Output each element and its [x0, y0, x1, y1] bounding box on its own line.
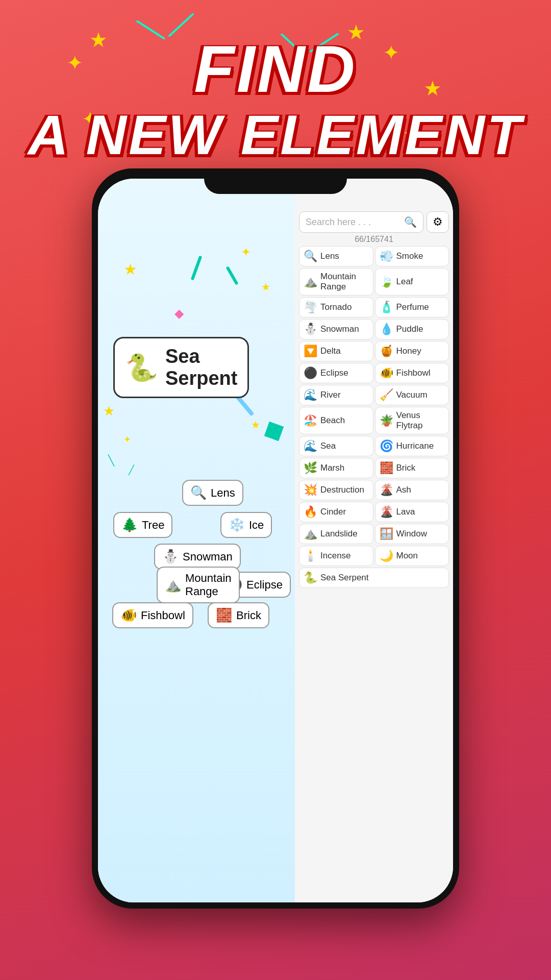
canvas-teal-3 [264, 422, 284, 441]
element-name: Puddle [396, 324, 423, 334]
brick-icon: 🧱 [216, 607, 232, 623]
element-row: ⛰️Landslide🪟Window [299, 524, 449, 544]
canvas-node-eclipse-label: Eclipse [246, 578, 283, 592]
element-item-moon[interactable]: 🌙Moon [375, 546, 449, 566]
element-item-brick[interactable]: 🧱Brick [375, 458, 449, 478]
element-row: 🌪️Tornado🧴Perfume [299, 297, 449, 317]
phone-frame: ★ ✦ ★ ✦ ★ ✦ ★ ◆ ╲ ╱ 🐍 SeaSerpent 🔍 Lens [92, 168, 459, 909]
canvas-node-brick[interactable]: 🧱 Brick [208, 602, 269, 628]
element-item-sea[interactable]: 🌊Sea [299, 436, 373, 456]
canvas-node-fishbowl[interactable]: 🐠 Fishbowl [112, 602, 193, 628]
element-name: Ash [396, 485, 411, 495]
ash-icon: 🌋 [380, 483, 393, 497]
cinder-icon: 🔥 [304, 505, 317, 519]
canvas-star-2: ✦ [241, 245, 251, 259]
canvas-node-mountain-label: MountainRange [185, 572, 232, 598]
canvas-star-5: ★ [103, 403, 115, 419]
element-item-venus-flytrap[interactable]: 🪴Venus Flytrap [375, 407, 449, 434]
title-line2: A NEW ELEMENT [0, 102, 551, 167]
venus-flytrap-icon: 🪴 [380, 414, 393, 427]
element-item-landslide[interactable]: ⛰️Landslide [299, 524, 373, 544]
mountain-range-icon: ⛰️ [165, 577, 181, 593]
element-item-incense[interactable]: 🕯️Incense [299, 546, 373, 566]
element-item-sea-serpent[interactable]: 🐍Sea Serpent [299, 568, 449, 588]
canvas-node-lens[interactable]: 🔍 Lens [182, 480, 243, 506]
element-item-destruction[interactable]: 💥Destruction [299, 480, 373, 500]
element-name: Beach [320, 415, 345, 426]
element-name: Lava [396, 507, 415, 517]
element-name: Sea [320, 441, 336, 451]
element-item-river[interactable]: 🌊River [299, 385, 373, 405]
element-item-lens[interactable]: 🔍Lens [299, 246, 373, 266]
element-item-vacuum[interactable]: 🧹Vacuum [375, 385, 449, 405]
vacuum-icon: 🧹 [380, 388, 393, 402]
element-item-perfume[interactable]: 🧴Perfume [375, 297, 449, 317]
element-item-window[interactable]: 🪟Window [375, 524, 449, 544]
element-item-cinder[interactable]: 🔥Cinder [299, 502, 373, 522]
element-item-fishbowl[interactable]: 🐠Fishbowl [375, 363, 449, 383]
element-name: Landslide [320, 529, 358, 539]
element-item-beach[interactable]: 🏖️Beach [299, 407, 373, 434]
element-item-snowman[interactable]: ⛄Snowman [299, 319, 373, 339]
element-row: 🐍Sea Serpent [299, 568, 449, 588]
search-input[interactable]: Search here . . . 🔍 [299, 211, 423, 233]
filter-button[interactable]: ⚙ [427, 211, 449, 233]
canvas-teal-2 [226, 266, 238, 285]
element-row: ⛰️Mountain Range🍃Leaf [299, 268, 449, 296]
count-label: 66/165741 [299, 235, 449, 244]
element-name: Vacuum [396, 390, 428, 400]
element-name: Moon [396, 551, 418, 561]
element-item-lava[interactable]: 🌋Lava [375, 502, 449, 522]
lens-icon: 🔍 [304, 250, 317, 263]
perfume-icon: 🧴 [380, 301, 393, 314]
element-name: Leaf [396, 277, 413, 287]
element-name: Brick [396, 463, 416, 473]
element-row: ⚫Eclipse🐠Fishbowl [299, 363, 449, 383]
element-item-puddle[interactable]: 💧Puddle [375, 319, 449, 339]
element-name: Fishbowl [396, 368, 431, 378]
eclipse-icon: ⚫ [304, 366, 317, 380]
tornado-icon: 🌪️ [304, 301, 317, 314]
element-item-hurricane[interactable]: 🌀Hurricane [375, 436, 449, 456]
element-item-eclipse[interactable]: ⚫Eclipse [299, 363, 373, 383]
element-item-mountain-range[interactable]: ⛰️Mountain Range [299, 268, 373, 296]
river-icon: 🌊 [304, 388, 317, 402]
element-row: 🔽Delta🍯Honey [299, 341, 449, 361]
canvas-node-tree[interactable]: 🌲 Tree [113, 512, 172, 538]
fishbowl-icon: 🐠 [120, 607, 137, 623]
snowman-icon: ⛄ [162, 549, 179, 565]
element-name: Eclipse [320, 368, 348, 378]
canvas-node-mountain-range[interactable]: ⛰️ MountainRange [157, 567, 240, 603]
result-card: 🐍 SeaSerpent [113, 337, 249, 398]
result-card-name: SeaSerpent [165, 346, 237, 389]
canvas-star-3: ★ [261, 281, 270, 293]
canvas-star-7: ★ [251, 419, 260, 431]
element-item-leaf[interactable]: 🍃Leaf [375, 268, 449, 296]
delta-icon: 🔽 [304, 345, 317, 358]
sea-serpent-icon: 🐍 [304, 571, 317, 584]
element-item-honey[interactable]: 🍯Honey [375, 341, 449, 361]
element-item-smoke[interactable]: 💨Smoke [375, 246, 449, 266]
canvas-star-6: ✦ [123, 434, 131, 445]
filter-icon: ⚙ [433, 215, 443, 229]
leaf-icon: 🍃 [380, 275, 393, 288]
brick-icon: 🧱 [380, 461, 393, 475]
smoke-icon: 💨 [380, 250, 393, 263]
element-item-delta[interactable]: 🔽Delta [299, 341, 373, 361]
element-name: Perfume [396, 302, 429, 312]
landslide-icon: ⛰️ [304, 527, 317, 541]
canvas-node-snowman[interactable]: ⛄ Snowman [154, 544, 241, 570]
hurricane-icon: 🌀 [380, 439, 393, 453]
sea-icon: 🌊 [304, 439, 317, 453]
element-item-ash[interactable]: 🌋Ash [375, 480, 449, 500]
canvas-node-tree-label: Tree [142, 519, 164, 532]
element-row: 🏖️Beach🪴Venus Flytrap [299, 407, 449, 434]
element-row: 🔍Lens💨Smoke [299, 246, 449, 266]
elements-list: 🔍Lens💨Smoke⛰️Mountain Range🍃Leaf🌪️Tornad… [299, 246, 449, 898]
canvas-node-ice[interactable]: ❄️ Ice [220, 512, 272, 538]
element-name: Destruction [320, 485, 364, 495]
canvas-node-fishbowl-label: Fishbowl [141, 609, 185, 622]
element-item-tornado[interactable]: 🌪️Tornado [299, 297, 373, 317]
element-item-marsh[interactable]: 🌿Marsh [299, 458, 373, 478]
search-icon: 🔍 [404, 216, 417, 228]
